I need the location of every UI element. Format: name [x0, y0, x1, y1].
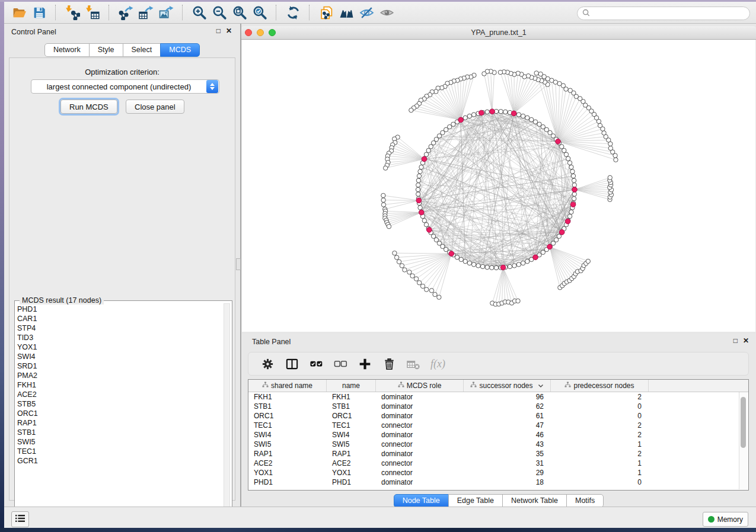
search-input[interactable]: [590, 9, 749, 18]
mcds-result-item[interactable]: STB1: [17, 428, 222, 437]
column-header-successor-nodes[interactable]: successor nodes: [464, 380, 551, 392]
close-panel-button[interactable]: Close panel: [126, 100, 184, 114]
column-header-shared-name[interactable]: shared name: [248, 380, 327, 392]
network-graph[interactable]: [242, 40, 755, 332]
table-row[interactable]: SWI4SWI4dominator462: [248, 430, 748, 440]
split-panel-icon[interactable]: [281, 354, 303, 373]
add-column-icon[interactable]: [354, 354, 376, 373]
cell-successor-nodes[interactable]: 29: [464, 469, 551, 477]
mcds-result-item[interactable]: ORC1: [17, 409, 222, 418]
tab-style[interactable]: Style: [89, 43, 123, 57]
cell-shared-name[interactable]: STB1: [248, 402, 327, 411]
mcds-result-item[interactable]: TEC1: [17, 447, 222, 456]
cell-MCDS-role[interactable]: dominator: [376, 402, 464, 411]
cell-successor-nodes[interactable]: 47: [464, 421, 551, 430]
tab-motifs[interactable]: Motifs: [566, 494, 604, 508]
cell-predecessor-nodes[interactable]: 1: [551, 459, 649, 467]
cell-MCDS-role[interactable]: connector: [376, 469, 464, 477]
cell-name[interactable]: TEC1: [327, 421, 376, 430]
cell-name[interactable]: PHD1: [327, 478, 376, 486]
mcds-result-item[interactable]: SRD1: [17, 361, 222, 371]
open-file-icon[interactable]: [9, 4, 29, 21]
tab-select[interactable]: Select: [123, 43, 161, 57]
tab-network-table[interactable]: Network Table: [502, 494, 567, 508]
export-image-icon[interactable]: [156, 4, 176, 21]
deselect-all-icon[interactable]: [330, 354, 352, 373]
cell-successor-nodes[interactable]: 61: [464, 412, 551, 420]
cell-shared-name[interactable]: FKH1: [248, 393, 327, 401]
cell-shared-name[interactable]: ACE2: [248, 459, 327, 467]
column-header-predecessor-nodes[interactable]: predecessor nodes: [551, 380, 649, 392]
tab-network[interactable]: Network: [44, 43, 90, 57]
mcds-result-list[interactable]: PHD1CAR1STP4TID3YOX1SWI4SRD1PMA2FKH1ACE2…: [17, 305, 222, 520]
column-header-MCDS-role[interactable]: MCDS role: [376, 380, 464, 392]
tab-edge-table[interactable]: Edge Table: [448, 494, 503, 508]
cell-predecessor-nodes[interactable]: 1: [551, 440, 649, 448]
cell-name[interactable]: YOX1: [327, 469, 376, 477]
mcds-result-item[interactable]: TID3: [17, 333, 222, 342]
table-row[interactable]: ACE2ACE2connector311: [248, 459, 748, 468]
table-scrollbar[interactable]: [739, 392, 748, 489]
mcds-result-item[interactable]: PMA2: [17, 371, 222, 380]
cell-predecessor-nodes[interactable]: 0: [551, 402, 649, 411]
memory-button[interactable]: Memory: [703, 512, 748, 527]
cell-successor-nodes[interactable]: 46: [464, 431, 551, 439]
mcds-result-item[interactable]: ACE2: [17, 390, 222, 399]
search-box[interactable]: [577, 7, 750, 20]
cell-MCDS-role[interactable]: connector: [376, 440, 464, 448]
cell-shared-name[interactable]: PHD1: [248, 478, 327, 486]
cell-predecessor-nodes[interactable]: 2: [551, 431, 649, 439]
first-neighbors-icon[interactable]: [336, 4, 356, 21]
mcds-result-item[interactable]: STB5: [17, 399, 222, 409]
mcds-result-item[interactable]: FKH1: [17, 380, 222, 390]
mcds-result-item[interactable]: CAR1: [17, 314, 222, 323]
table-row[interactable]: ORC1ORC1dominator610: [248, 411, 748, 421]
zoom-selected-icon[interactable]: [250, 4, 270, 21]
duplicate-network-icon[interactable]: [316, 4, 336, 21]
table-row[interactable]: FKH1FKH1dominator962: [248, 392, 748, 402]
cell-MCDS-role[interactable]: dominator: [376, 393, 464, 401]
network-canvas[interactable]: [242, 40, 755, 332]
save-session-icon[interactable]: [29, 4, 49, 21]
zoom-in-icon[interactable]: [189, 4, 209, 21]
cell-MCDS-role[interactable]: dominator: [376, 412, 464, 420]
table-row[interactable]: STB1STB1dominator620: [248, 402, 748, 411]
table-scrollbar-thumb[interactable]: [741, 397, 746, 448]
table-row[interactable]: YOX1YOX1connector291: [248, 468, 748, 477]
network-window-titlebar[interactable]: YPA_prune.txt_1: [241, 26, 756, 40]
cell-MCDS-role[interactable]: dominator: [376, 478, 464, 486]
close-panel-icon[interactable]: ✕: [226, 27, 232, 34]
mcds-result-item[interactable]: SWI4: [17, 352, 222, 361]
cell-successor-nodes[interactable]: 35: [464, 450, 551, 458]
cell-successor-nodes[interactable]: 96: [464, 393, 551, 401]
cell-shared-name[interactable]: RAP1: [248, 450, 327, 458]
close-panel-icon[interactable]: ✕: [743, 337, 749, 344]
mcds-result-item[interactable]: PHD1: [17, 305, 222, 314]
pane-divider-handle[interactable]: [236, 258, 241, 270]
optimization-select[interactable]: largest connected component (undirected): [31, 79, 219, 94]
tab-node-table[interactable]: Node Table: [394, 494, 449, 508]
show-all-icon[interactable]: [377, 4, 397, 21]
task-history-button[interactable]: [11, 511, 29, 527]
tab-mcds[interactable]: MCDS: [160, 43, 200, 57]
float-window-icon[interactable]: □: [733, 337, 738, 344]
cell-successor-nodes[interactable]: 43: [464, 440, 551, 448]
cell-predecessor-nodes[interactable]: 2: [551, 421, 649, 430]
cell-MCDS-role[interactable]: connector: [376, 421, 464, 430]
table-row[interactable]: TEC1TEC1connector472: [248, 421, 748, 430]
cell-name[interactable]: SWI5: [327, 440, 376, 448]
export-table-icon[interactable]: [136, 4, 156, 21]
cell-name[interactable]: FKH1: [327, 393, 376, 401]
mcds-result-item[interactable]: RAP1: [17, 418, 222, 428]
zoom-fit-icon[interactable]: [229, 4, 250, 21]
table-row[interactable]: SWI5SWI5connector431: [248, 440, 748, 449]
cell-name[interactable]: RAP1: [327, 450, 376, 458]
cell-MCDS-role[interactable]: dominator: [376, 450, 464, 458]
cell-MCDS-role[interactable]: dominator: [376, 431, 464, 439]
mcds-result-item[interactable]: SWI5: [17, 437, 222, 447]
table-row[interactable]: PHD1PHD1dominator180: [248, 477, 748, 487]
cell-name[interactable]: SWI4: [327, 431, 376, 439]
cell-predecessor-nodes[interactable]: 0: [551, 478, 649, 486]
cell-MCDS-role[interactable]: connector: [376, 459, 464, 467]
cell-successor-nodes[interactable]: 62: [464, 402, 551, 411]
